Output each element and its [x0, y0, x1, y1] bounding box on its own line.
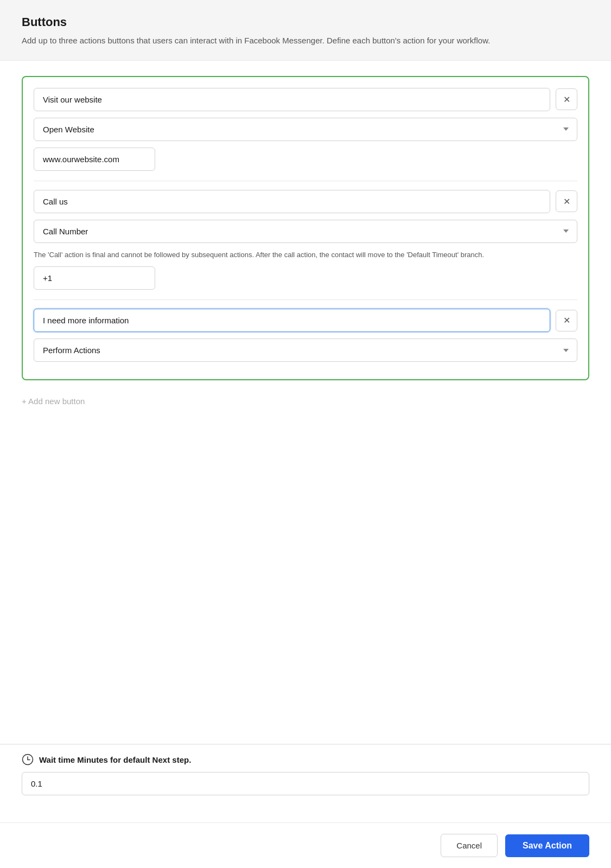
remove-button-2[interactable]: ✕	[556, 190, 577, 212]
button-label-row-3: ✕	[34, 309, 577, 332]
close-icon-1: ✕	[563, 94, 570, 105]
action-type-select-1[interactable]: Open Website Call Number Perform Actions	[34, 118, 577, 141]
main-content: Buttons Add up to three actions buttons …	[0, 0, 611, 868]
add-new-button[interactable]: + Add new button	[22, 393, 85, 409]
button-block-1: ✕ Open Website Call Number Perform Actio…	[34, 88, 577, 171]
phone-input-2[interactable]	[34, 266, 155, 290]
close-icon-2: ✕	[563, 196, 570, 207]
button-label-row-2: ✕	[34, 190, 577, 213]
action-type-select-2[interactable]: Call Number Open Website Perform Actions	[34, 220, 577, 243]
clock-icon	[22, 754, 34, 765]
cancel-button[interactable]: Cancel	[441, 834, 498, 857]
url-input-1[interactable]	[34, 148, 155, 171]
bottom-bar: Cancel Save Action	[0, 822, 611, 868]
content-area: ✕ Open Website Call Number Perform Actio…	[0, 61, 611, 744]
add-new-button-label: + Add new button	[22, 397, 85, 406]
header-description: Add up to three actions buttons that use…	[22, 35, 589, 47]
wait-time-section: Wait time Minutes for default Next step.	[0, 744, 611, 822]
divider-2	[34, 299, 577, 300]
save-action-button[interactable]: Save Action	[505, 834, 589, 857]
action-type-select-3[interactable]: Perform Actions Open Website Call Number	[34, 339, 577, 362]
close-icon-3: ✕	[563, 315, 570, 326]
divider-1	[34, 181, 577, 181]
add-button-section: + Add new button	[22, 391, 589, 411]
action-type-wrapper-1: Open Website Call Number Perform Actions	[34, 118, 577, 141]
button-block-2: ✕ Call Number Open Website Perform Actio…	[34, 190, 577, 290]
button-label-input-3[interactable]	[34, 309, 550, 332]
button-label-row-1: ✕	[34, 88, 577, 111]
button-label-input-1[interactable]	[34, 88, 550, 111]
wait-time-label: Wait time Minutes for default Next step.	[22, 754, 589, 765]
call-info-text: The 'Call' action is final and cannot be…	[34, 250, 577, 260]
button-label-input-2[interactable]	[34, 190, 550, 213]
buttons-container: ✕ Open Website Call Number Perform Actio…	[22, 76, 589, 381]
header-section: Buttons Add up to three actions buttons …	[0, 0, 611, 61]
remove-button-1[interactable]: ✕	[556, 88, 577, 110]
page-container: Buttons Add up to three actions buttons …	[0, 0, 611, 868]
fade-overlay	[22, 795, 589, 812]
page-title: Buttons	[22, 15, 589, 29]
wait-time-input[interactable]	[22, 772, 589, 795]
action-type-wrapper-2: Call Number Open Website Perform Actions	[34, 220, 577, 243]
wait-time-label-text: Wait time Minutes for default Next step.	[39, 755, 191, 764]
remove-button-3[interactable]: ✕	[556, 310, 577, 331]
button-block-3: ✕ Perform Actions Open Website Call Numb…	[34, 309, 577, 362]
action-type-wrapper-3: Perform Actions Open Website Call Number	[34, 339, 577, 362]
